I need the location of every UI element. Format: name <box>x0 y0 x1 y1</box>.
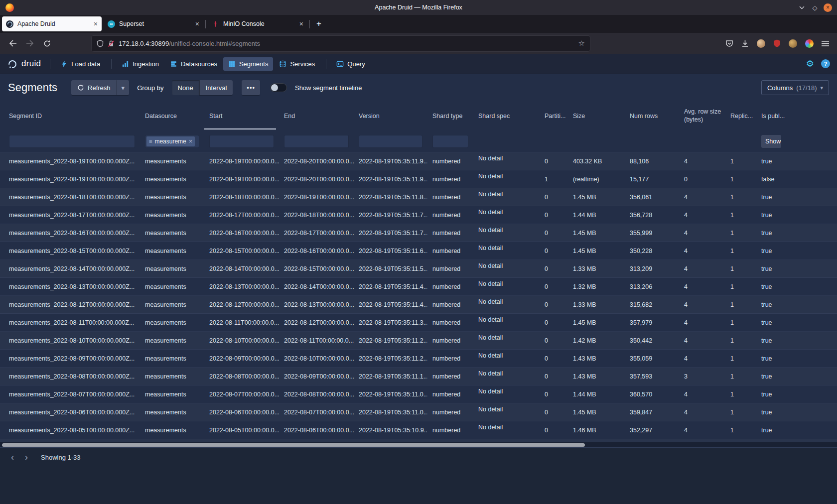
tab-close-icon[interactable]: × <box>299 20 303 27</box>
cell-partition: 0 <box>540 260 568 277</box>
cell-num-rows: 356,728 <box>625 206 679 224</box>
forward-button[interactable] <box>22 36 38 51</box>
cell-shard-spec: No detail <box>473 403 540 421</box>
help-icon[interactable]: ? <box>821 59 830 68</box>
cell-num-rows: 315,682 <box>625 296 679 313</box>
filter-input-end[interactable] <box>284 135 349 148</box>
reload-button[interactable] <box>39 36 55 51</box>
tab-close-icon[interactable]: × <box>195 20 199 27</box>
th-end[interactable]: End <box>279 102 354 130</box>
nav-item-segments[interactable]: Segments <box>223 57 274 71</box>
tab-minio[interactable]: MinIO Console × <box>208 16 307 31</box>
nav-item-datasources[interactable]: Datasources <box>165 57 222 71</box>
tab-label: Superset <box>119 20 191 27</box>
cell-shard-type: numbered <box>427 152 473 170</box>
horizontal-scrollbar[interactable] <box>0 442 837 447</box>
filter-input-segment-id[interactable] <box>9 135 135 148</box>
filter-input-datasource[interactable]: ≡ measureme × <box>145 135 199 148</box>
th-avg-row-size[interactable]: Avg. row size (bytes) <box>679 102 725 130</box>
cell-is-published: true <box>756 260 837 277</box>
th-is-published[interactable]: Is publ... <box>756 102 837 130</box>
cell-datasource: measurements <box>140 314 204 331</box>
cell-shard-type: numbered <box>427 206 473 224</box>
table-row[interactable]: measurements_2022-08-05T00:00:00.000Z...… <box>0 421 837 439</box>
th-segment-id[interactable]: Segment ID <box>0 102 140 130</box>
ublock-origin-icon[interactable] <box>773 39 781 47</box>
settings-gear-icon[interactable]: ⚙ <box>806 59 814 68</box>
close-button[interactable]: × <box>824 3 832 12</box>
profile-avatar-icon[interactable] <box>757 39 765 48</box>
table-row[interactable]: measurements_2022-08-13T00:00:00.000Z...… <box>0 278 837 296</box>
datasource-filter-tag[interactable]: ≡ measureme × <box>146 136 195 146</box>
table-row[interactable]: measurements_2022-08-08T00:00:00.000Z...… <box>0 368 837 385</box>
cell-partition: 0 <box>540 350 568 367</box>
table-row[interactable]: measurements_2022-08-19T00:00:00.000Z...… <box>0 152 837 170</box>
is-published-show-filter[interactable]: Show <box>761 135 781 148</box>
th-start[interactable]: Start <box>204 102 279 130</box>
segment-timeline-toggle[interactable] <box>270 83 287 92</box>
minimize-button[interactable] <box>798 3 806 12</box>
druid-logo[interactable]: druid <box>7 58 41 69</box>
extension-pinwheel-icon[interactable] <box>805 39 814 48</box>
prev-page-button[interactable]: ‹ <box>6 451 19 464</box>
table-row[interactable]: measurements_2022-08-07T00:00:00.000Z...… <box>0 385 837 403</box>
th-shard-spec[interactable]: Shard spec <box>473 102 540 130</box>
group-by-interval-button[interactable]: Interval <box>199 80 233 95</box>
window-titlebar[interactable]: Apache Druid — Mozilla Firefox ◇ × <box>0 0 837 15</box>
tracking-protection-shield-icon[interactable] <box>97 40 104 47</box>
tab-superset[interactable]: ∞ Superset × <box>104 16 203 31</box>
cell-size: 1.45 MB <box>568 242 625 259</box>
filter-tag-close-icon[interactable]: × <box>189 137 193 145</box>
table-row[interactable]: measurements_2022-08-06T00:00:00.000Z...… <box>0 403 837 421</box>
extension-avatar-icon[interactable] <box>789 39 797 48</box>
nav-item-query[interactable]: Query <box>331 57 370 71</box>
filter-input-version[interactable] <box>359 135 422 148</box>
bookmark-star-icon[interactable]: ☆ <box>578 39 585 48</box>
tab-close-icon[interactable]: × <box>94 20 98 27</box>
insecure-lock-icon[interactable] <box>108 40 115 47</box>
th-version[interactable]: Version <box>354 102 427 130</box>
menu-icon[interactable] <box>822 40 829 47</box>
refresh-button[interactable]: Refresh <box>71 80 117 95</box>
filter-input-start[interactable] <box>209 135 274 148</box>
cell-num-rows: 356,061 <box>625 188 679 206</box>
cell-avg-row-size: 4 <box>679 421 725 439</box>
th-num-rows[interactable]: Num rows <box>625 102 679 130</box>
table-row[interactable]: measurements_2022-08-10T00:00:00.000Z...… <box>0 332 837 350</box>
cell-is-published: true <box>756 152 837 170</box>
nav-item-ingestion[interactable]: Ingestion <box>117 57 164 71</box>
downloads-icon[interactable] <box>741 40 749 47</box>
table-row[interactable]: measurements_2022-08-18T00:00:00.000Z...… <box>0 188 837 206</box>
pocket-icon[interactable] <box>725 40 733 47</box>
table-row[interactable]: measurements_2022-08-19T00:00:00.000Z...… <box>0 170 837 188</box>
th-replicas[interactable]: Replic... <box>725 102 756 130</box>
table-row[interactable]: measurements_2022-08-11T00:00:00.000Z...… <box>0 314 837 332</box>
refresh-dropdown-button[interactable]: ▾ <box>117 80 130 95</box>
back-button[interactable] <box>5 36 21 51</box>
url-bar[interactable]: 172.18.0.4:30899/unified-console.html#se… <box>92 36 590 51</box>
columns-button[interactable]: Columns (17/18) ▾ <box>761 80 829 95</box>
nav-item-load-data[interactable]: Load data <box>55 57 105 71</box>
th-shard-type[interactable]: Shard type <box>427 102 473 130</box>
url-text[interactable]: 172.18.0.4:30899/unified-console.html#se… <box>119 40 574 47</box>
table-row[interactable]: measurements_2022-08-09T00:00:00.000Z...… <box>0 350 837 368</box>
th-size[interactable]: Size <box>568 102 625 130</box>
scrollbar-thumb[interactable] <box>2 443 585 447</box>
group-by-none-button[interactable]: None <box>172 80 199 95</box>
table-row[interactable]: measurements_2022-08-15T00:00:00.000Z...… <box>0 242 837 260</box>
new-tab-button[interactable]: + <box>312 17 326 31</box>
maximize-button[interactable]: ◇ <box>811 3 819 12</box>
cell-shard-type: numbered <box>427 350 473 367</box>
cell-segment-id: measurements_2022-08-07T00:00:00.000Z... <box>0 385 140 403</box>
next-page-button[interactable]: › <box>20 451 33 464</box>
filter-input-shard-type[interactable] <box>432 135 468 148</box>
nav-item-services[interactable]: Services <box>274 57 320 71</box>
table-row[interactable]: measurements_2022-08-16T00:00:00.000Z...… <box>0 224 837 242</box>
more-actions-button[interactable]: ••• <box>242 80 260 95</box>
tab-apache-druid[interactable]: Apache Druid × <box>2 16 102 31</box>
table-row[interactable]: measurements_2022-08-17T00:00:00.000Z...… <box>0 206 837 224</box>
th-partition[interactable]: Partiti... <box>540 102 568 130</box>
table-row[interactable]: measurements_2022-08-12T00:00:00.000Z...… <box>0 296 837 314</box>
th-datasource[interactable]: Datasource <box>140 102 204 130</box>
table-row[interactable]: measurements_2022-08-14T00:00:00.000Z...… <box>0 260 837 278</box>
